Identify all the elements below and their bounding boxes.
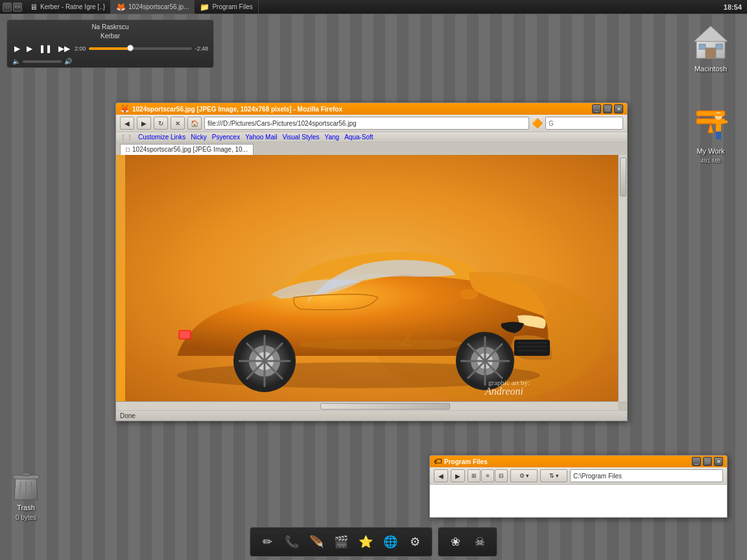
mp-progress-bar[interactable] <box>89 47 193 50</box>
pf-minimize-btn[interactable]: _ <box>692 457 701 466</box>
firefox-minimize-btn[interactable]: _ <box>592 104 601 113</box>
pf-action-chevron: ▾ <box>526 472 529 479</box>
mp-pause-btn[interactable]: ❚❚ <box>37 43 54 54</box>
pf-list-view-btn[interactable]: ≡ <box>481 469 494 482</box>
mp-volume-slider[interactable] <box>23 60 62 63</box>
bookmark-yahoomail[interactable]: Yahoo Mail <box>245 134 277 141</box>
mp-play-btn[interactable]: ▶ <box>12 43 22 54</box>
taskbar-bottom: ✏ 📞 🪶 🎬 ⭐ 🌐 ⚙ ❀ ☠ <box>0 524 747 560</box>
pf-action-btn[interactable]: ⚙ ▾ <box>510 469 538 482</box>
desktop-icon-mywork[interactable]: My Work 491 MB <box>687 100 734 167</box>
firefox-scrollbar-vertical[interactable] <box>618 155 627 401</box>
svg-text:Andreoni: Andreoni <box>484 386 523 397</box>
mp-play-btn2[interactable]: ▶ <box>25 43 34 54</box>
mp-next-btn[interactable]: ▶▶ <box>56 43 72 54</box>
artist-name: Kerbar <box>7 32 213 41</box>
pf-close-btn[interactable]: ✕ <box>714 457 723 466</box>
mp-progress-fill <box>89 47 130 50</box>
mp-bottom-controls: 🔈 🔊 <box>7 56 213 67</box>
svg-rect-38 <box>715 113 722 116</box>
bookmark-psyencex[interactable]: Psyencex <box>212 134 240 141</box>
taskbar-tab-programfiles[interactable]: 📁 Program Files <box>195 0 258 14</box>
svg-rect-41 <box>721 121 728 123</box>
pf-path-input[interactable] <box>570 469 723 482</box>
svg-rect-39 <box>716 120 721 132</box>
firefox-title-left: 🦊 1024sportscar56.jpg [JPEG Image, 1024x… <box>120 104 342 113</box>
pf-forward-btn[interactable]: ▶ <box>451 469 465 482</box>
dock-icon-gear[interactable]: ⚙ <box>403 530 427 554</box>
mp-mute-icon: 🔊 <box>64 58 72 65</box>
bookmark-visualstyles[interactable]: Visual Styles <box>282 134 319 141</box>
pf-icon: 🏷 <box>434 457 442 466</box>
tab-label-car: 1024sportscar56.jpg [JPEG Image, 10... <box>132 146 248 153</box>
trash-icon[interactable]: Trash 0 bytes <box>10 469 42 521</box>
construction-svg <box>691 104 730 143</box>
media-player-title: Na Raskrscu Kerbar <box>7 20 213 41</box>
svg-rect-43 <box>718 132 721 139</box>
dock-icon-globe[interactable]: 🌐 <box>379 530 402 554</box>
firefox-search-bar[interactable] <box>545 117 623 130</box>
mywork-label: My Work <box>696 147 724 155</box>
mp-vol-icon: 🔈 <box>12 58 20 65</box>
dock-icon-pen[interactable]: ✏ <box>255 530 279 554</box>
bookmark-customize[interactable]: Customize Links <box>138 134 185 141</box>
firefox-maximize-btn[interactable]: □ <box>603 104 612 113</box>
dock-icon-star[interactable]: ⭐ <box>354 530 377 554</box>
firefox-scrollbar-horizontal[interactable] <box>116 401 627 410</box>
mywork-size: 491 MB <box>700 158 720 164</box>
firefox-toolbar: ◀ ▶ ↻ ✕ 🏠 🔶 <box>116 115 627 132</box>
taskbar-nav-btn[interactable]: <> <box>13 3 22 12</box>
program-files-window: 🏷 Program Files _ □ ✕ ◀ ▶ ⊞ ≡ ⊟ ⚙ ▾ ⇅ ▾ <box>429 455 728 518</box>
desktop-icon-macintosh[interactable]: Macintosh <box>687 18 734 75</box>
macintosh-label: Macintosh <box>694 65 727 73</box>
house-svg <box>691 22 730 61</box>
tab-favicon: □ <box>126 146 130 153</box>
firefox-stop-btn[interactable]: ✕ <box>171 117 185 130</box>
pf-maximize-btn[interactable]: □ <box>703 457 712 466</box>
pf-sort-btn[interactable]: ⇅ ▾ <box>540 469 567 482</box>
firefox-icon: 🦊 <box>120 104 130 113</box>
svg-rect-27 <box>180 331 190 338</box>
firefox-content: Z graphic art by: Andreoni <box>116 155 627 410</box>
svg-rect-32 <box>706 48 716 58</box>
dock-left: ✏ 📞 🪶 🎬 ⭐ 🌐 ⚙ <box>250 527 433 557</box>
sort-icon: ⇅ <box>549 472 554 479</box>
pf-toolbar: ◀ ▶ ⊞ ≡ ⊟ ⚙ ▾ ⇅ ▾ <box>430 467 727 485</box>
firefox-home-btn[interactable]: 🏠 <box>187 117 202 130</box>
firefox-forward-btn[interactable]: ▶ <box>137 117 151 130</box>
firefox-tabs: □ 1024sportscar56.jpg [JPEG Image, 10... <box>116 143 627 155</box>
pf-icon-view-btn[interactable]: ⊞ <box>468 469 480 482</box>
firefox-close-btn[interactable]: ✕ <box>614 104 623 113</box>
dock-icon-flower[interactable]: ❀ <box>444 530 467 554</box>
firefox-back-btn[interactable]: ◀ <box>120 117 134 130</box>
taskbar-square-btn[interactable]: □ <box>3 3 12 12</box>
firefox-title-text: 1024sportscar56.jpg [JPEG Image, 1024x76… <box>132 106 342 113</box>
svg-rect-4 <box>514 340 550 356</box>
dock-icon-film[interactable]: 🎬 <box>329 530 353 554</box>
firefox-reload-btn[interactable]: ↻ <box>154 117 168 130</box>
song-title: Na Raskrscu <box>7 23 213 32</box>
pf-detail-view-btn[interactable]: ⊟ <box>495 469 508 482</box>
taskbar-tab-firefox[interactable]: 🦊 1024sportscar56.jp... <box>111 0 195 14</box>
firefox-tab-car[interactable]: □ 1024sportscar56.jpg [JPEG Image, 10... <box>120 144 254 155</box>
media-player-controls: ▶ ▶ ❚❚ ▶▶ 2:00 -2:48 <box>7 41 213 56</box>
dock-icon-feather[interactable]: 🪶 <box>305 530 328 554</box>
bookmark-yang[interactable]: Yang <box>325 134 340 141</box>
svg-text:Z: Z <box>401 330 412 350</box>
bookmark-aquasoft[interactable]: Aqua-Soft <box>344 134 373 141</box>
dock-icon-phone[interactable]: 📞 <box>280 530 303 554</box>
tab-label-kerber: Kerber - Ratne Igre [..} <box>40 3 105 10</box>
bookmark-nicky[interactable]: Nicky <box>191 134 206 141</box>
firefox-address-bar[interactable] <box>204 117 529 130</box>
trash-size: 0 bytes <box>16 514 36 521</box>
trash-label: Trash <box>17 504 35 511</box>
firefox-resize-grip[interactable] <box>618 401 627 410</box>
dock-icon-skull[interactable]: ☠ <box>468 530 492 554</box>
pf-back-btn[interactable]: ◀ <box>434 469 448 482</box>
dock-right: ❀ ☠ <box>438 527 497 557</box>
svg-rect-34 <box>716 44 722 49</box>
car-image: Z graphic art by: Andreoni <box>116 155 627 401</box>
mp-time-remaining: -2:48 <box>195 45 208 52</box>
tab-label-programfiles: Program Files <box>212 3 252 10</box>
taskbar-tab-kerber[interactable]: 🖥 Kerber - Ratne Igre [..} <box>25 0 111 14</box>
